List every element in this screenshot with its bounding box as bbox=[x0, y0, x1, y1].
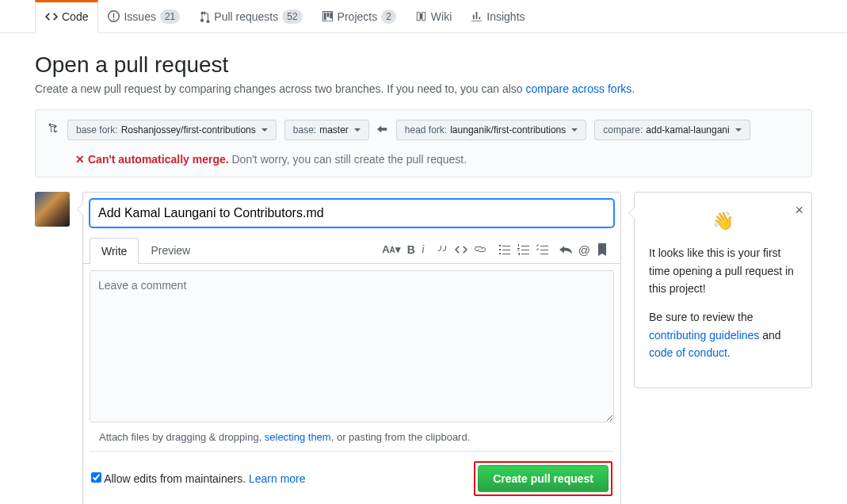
mention-icon[interactable]: @ bbox=[578, 243, 590, 257]
head-fork-select[interactable]: head fork: launganik/first-contributions bbox=[396, 120, 586, 140]
code-snippet-icon[interactable] bbox=[455, 243, 467, 256]
ol-icon[interactable] bbox=[517, 243, 529, 256]
link-icon[interactable] bbox=[474, 243, 486, 256]
tasklist-icon[interactable] bbox=[536, 243, 548, 256]
coc-link[interactable]: code of conduct bbox=[649, 346, 727, 359]
pr-icon bbox=[199, 10, 210, 23]
issues-count: 21 bbox=[160, 10, 180, 24]
tab-prs[interactable]: Pull requests 52 bbox=[189, 0, 311, 32]
heading-icon[interactable]: AA▾ bbox=[382, 243, 401, 257]
tab-insights[interactable]: Insights bbox=[461, 0, 534, 32]
compare-branch-select[interactable]: compare: add-kamal-laungani bbox=[594, 120, 750, 140]
preview-tab[interactable]: Preview bbox=[139, 237, 202, 263]
attach-hint: Attach files by dragging & dropping, sel… bbox=[90, 428, 614, 452]
md-toolbar: AA▾ B i bbox=[382, 243, 614, 257]
ul-icon[interactable] bbox=[498, 243, 510, 256]
reply-icon[interactable] bbox=[559, 243, 572, 256]
tab-wiki[interactable]: Wiki bbox=[406, 0, 461, 32]
book-icon bbox=[415, 10, 427, 22]
quote-icon[interactable] bbox=[436, 243, 448, 256]
projects-count: 2 bbox=[381, 10, 396, 24]
tab-code[interactable]: Code bbox=[35, 0, 98, 33]
compare-forks-link[interactable]: compare across forks bbox=[525, 82, 631, 95]
welcome-popover: × 👋 It looks like this is your first tim… bbox=[634, 192, 812, 388]
tab-issues[interactable]: Issues 21 bbox=[98, 0, 189, 32]
tab-projects-label: Projects bbox=[338, 10, 378, 23]
merge-status: ✕Can't automatically merge. Don't worry,… bbox=[47, 153, 800, 166]
allow-edits[interactable]: Allow edits from maintainers. Learn more bbox=[91, 472, 306, 485]
prs-count: 52 bbox=[282, 10, 302, 24]
graph-icon bbox=[471, 10, 483, 22]
tab-code-label: Code bbox=[62, 10, 88, 23]
projects-icon bbox=[322, 10, 334, 22]
code-icon bbox=[45, 10, 58, 23]
compare-icon bbox=[47, 123, 59, 138]
allow-edits-checkbox[interactable] bbox=[91, 472, 101, 483]
issue-icon bbox=[108, 10, 120, 22]
write-tab[interactable]: Write bbox=[90, 238, 139, 264]
comment-form: Write Preview AA▾ B i bbox=[82, 192, 621, 504]
arrow-left-icon bbox=[377, 124, 388, 137]
learn-more-link[interactable]: Learn more bbox=[249, 472, 306, 485]
pr-title-input[interactable] bbox=[90, 199, 614, 227]
selecting-them-link[interactable]: selecting them bbox=[265, 431, 331, 443]
range-editor: base fork: Roshanjossey/first-contributi… bbox=[35, 109, 812, 178]
base-branch-select[interactable]: base: master bbox=[284, 120, 369, 140]
tab-prs-label: Pull requests bbox=[214, 10, 278, 23]
tab-issues-label: Issues bbox=[124, 10, 155, 23]
welcome-p1: It looks like this is your first time op… bbox=[649, 244, 797, 297]
tab-wiki-label: Wiki bbox=[431, 10, 452, 23]
tab-insights-label: Insights bbox=[486, 10, 525, 23]
page-title: Open a pull request bbox=[35, 52, 812, 78]
x-icon: ✕ bbox=[75, 153, 85, 166]
contributing-link[interactable]: contributing guidelines bbox=[649, 329, 759, 342]
italic-icon[interactable]: i bbox=[422, 243, 425, 257]
highlight-box: Create pull request bbox=[474, 461, 612, 496]
avatar bbox=[35, 192, 70, 227]
close-icon[interactable]: × bbox=[795, 199, 803, 222]
bold-icon[interactable]: B bbox=[407, 243, 415, 257]
welcome-p2: Be sure to review the contributing guide… bbox=[649, 308, 797, 361]
bookmark-icon[interactable] bbox=[597, 243, 608, 256]
subhead: Create a new pull request by comparing c… bbox=[35, 82, 812, 95]
wave-icon: 👋 bbox=[649, 207, 797, 235]
tab-projects[interactable]: Projects 2 bbox=[312, 0, 406, 32]
create-pr-button[interactable]: Create pull request bbox=[478, 465, 609, 492]
base-fork-select[interactable]: base fork: Roshanjossey/first-contributi… bbox=[67, 120, 277, 140]
pr-body-textarea[interactable] bbox=[90, 270, 614, 422]
repo-nav: Code Issues 21 Pull requests 52 Projects… bbox=[0, 0, 847, 33]
